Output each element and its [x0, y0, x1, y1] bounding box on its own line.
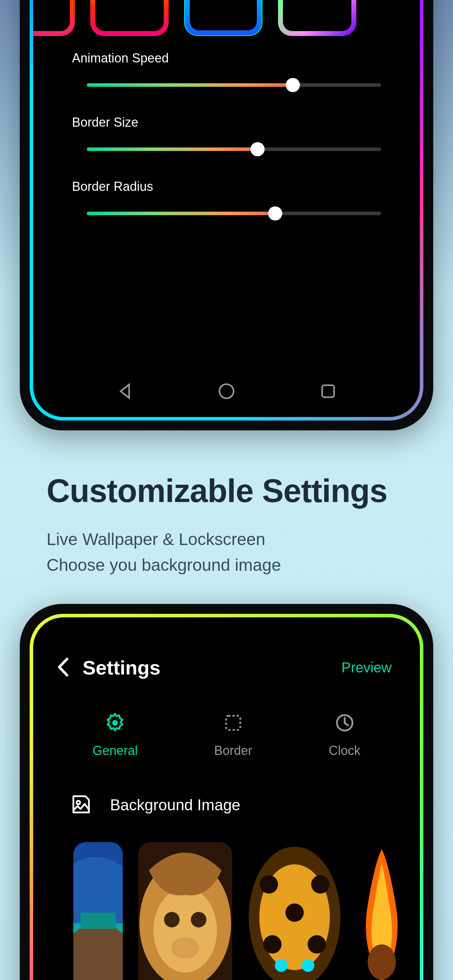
svg-rect-8 [80, 913, 116, 929]
promo-block: Customizable Settings Live Wallpaper & L… [46, 473, 418, 578]
tab-general[interactable]: General [92, 713, 138, 758]
tab-clock[interactable]: Clock [329, 713, 361, 758]
preview-button[interactable]: Preview [342, 660, 392, 676]
gear-icon [105, 713, 125, 734]
border-style-option[interactable] [278, 0, 356, 36]
border-style-picker [72, 0, 406, 49]
slider-thumb[interactable] [286, 78, 300, 92]
slider-border-radius: Border Radius [72, 179, 381, 215]
svg-point-19 [311, 875, 329, 894]
tab-label: General [92, 743, 138, 758]
tab-label: Clock [329, 743, 361, 758]
settings-header: Settings Preview [33, 617, 420, 679]
slider-label: Border Size [72, 115, 381, 130]
slider-track[interactable] [87, 212, 381, 215]
section-title: Background Image [110, 796, 240, 814]
svg-rect-3 [226, 716, 240, 730]
tab-label: Border [214, 743, 252, 758]
slider-animation-speed: Animation Speed [72, 51, 381, 87]
phone-glow-border-top: Animation Speed Border Size Border Radiu… [30, 0, 423, 420]
border-icon [223, 713, 243, 734]
svg-point-5 [76, 801, 80, 804]
background-image-section: Background Image [33, 793, 420, 980]
slider-track[interactable] [87, 148, 381, 151]
svg-point-24 [302, 959, 314, 972]
svg-point-0 [219, 384, 234, 398]
back-icon[interactable] [56, 657, 71, 679]
phone-glow-border-bottom: Settings Preview General Border [30, 614, 423, 980]
nav-home-icon[interactable] [217, 382, 236, 402]
border-style-option[interactable] [90, 0, 168, 36]
slider-thumb[interactable] [268, 206, 282, 221]
svg-point-13 [191, 912, 207, 928]
promo-title: Customizable Settings [46, 473, 418, 508]
wallpaper-option[interactable] [357, 842, 407, 980]
border-style-option[interactable] [33, 0, 75, 36]
svg-point-11 [153, 888, 217, 973]
slider-track[interactable] [87, 83, 381, 87]
background-picker-row [70, 842, 392, 980]
nav-back-icon[interactable] [116, 382, 135, 402]
svg-point-21 [263, 935, 281, 953]
slider-thumb[interactable] [251, 142, 265, 156]
android-navbar [33, 376, 420, 408]
svg-point-14 [171, 937, 199, 958]
phone-screen-top: Animation Speed Border Size Border Radiu… [33, 0, 420, 417]
svg-point-18 [260, 875, 278, 894]
tab-border[interactable]: Border [214, 713, 252, 758]
border-style-option-selected[interactable] [184, 0, 262, 36]
promo-subtitle-line: Choose you background image [46, 552, 418, 578]
svg-point-22 [308, 935, 326, 953]
wallpaper-option[interactable] [138, 842, 232, 980]
promo-subtitle-line: Live Wallpaper & Lockscreen [46, 527, 418, 552]
image-icon [70, 793, 92, 817]
slider-border-size: Border Size [72, 115, 381, 151]
settings-tabs: General Border Clock [33, 713, 420, 758]
svg-point-26 [368, 944, 396, 980]
phone-frame-top: Animation Speed Border Size Border Radiu… [20, 0, 433, 430]
svg-point-20 [285, 904, 304, 922]
phone-screen-bottom: Settings Preview General Border [33, 617, 420, 980]
phone-frame-bottom: Settings Preview General Border [20, 604, 433, 980]
svg-point-12 [164, 912, 180, 928]
wallpaper-option[interactable] [73, 842, 123, 980]
slider-label: Animation Speed [72, 51, 381, 65]
clock-icon [335, 713, 354, 734]
svg-point-23 [275, 959, 288, 972]
svg-point-2 [112, 720, 118, 725]
svg-rect-1 [322, 385, 334, 397]
wallpaper-option[interactable] [248, 842, 342, 980]
page-title: Settings [83, 656, 161, 679]
slider-label: Border Radius [72, 179, 381, 194]
nav-recent-icon[interactable] [319, 382, 338, 402]
